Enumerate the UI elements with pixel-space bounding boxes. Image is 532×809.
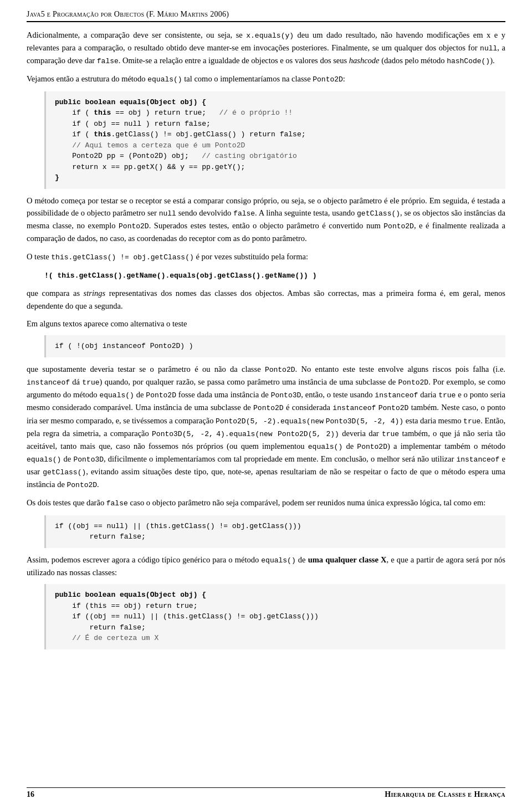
highlight-code: !( this.getClass().getName().equals(obj.…: [44, 272, 317, 280]
code-inline-compare3: Ponto3D(5, -2,: [152, 430, 213, 438]
code-inline-ponto2d7: Ponto2D: [253, 404, 284, 412]
paragraph-2: Vejamos então a estrutura do método equa…: [27, 73, 505, 85]
code-inline-null2: null: [159, 209, 176, 218]
code-inline-compare2: Ponto3D(5, -2, 4)): [326, 417, 403, 426]
code-block-combined-test: if ((obj == null) || (this.getClass() !=…: [44, 515, 505, 548]
highlight-code-block: !( this.getClass().getName().equals(obj.…: [44, 269, 505, 281]
code-inline-null: null: [480, 44, 497, 53]
bold-qualquer-classe: uma qualquer classe X: [308, 555, 387, 564]
code-inline-ponto2d2: Ponto2D: [119, 222, 149, 231]
page-footer: 16 Hierarquia de Classes e Herança: [27, 787, 505, 799]
code-inline-true: true: [82, 378, 99, 387]
paragraph-6: Em alguns textos aparece como alternativ…: [27, 318, 505, 330]
paragraph-4: O teste this.getClass() != obj.getClass(…: [27, 250, 505, 263]
code-block-instanceof: if ( !(obj instanceof Ponto2D) ): [44, 335, 505, 357]
paragraph-9: Assim, podemos escrever agora a código t…: [27, 554, 505, 579]
code-block-equals-method: public boolean equals(Object obj) { if (…: [44, 91, 505, 189]
paragraph-3: O método começa por testar se o receptor…: [27, 194, 505, 245]
code-inline-instanceof: instanceof: [27, 378, 70, 387]
footer-page-number: 16: [27, 790, 34, 799]
italic-strings: strings: [84, 289, 106, 298]
code-inline-true4: true: [382, 430, 399, 438]
code-inline-ponto2d9: Ponto2D: [357, 443, 387, 451]
code-inline-ponto2d5: Ponto2D: [398, 378, 429, 387]
code-inline-instanceof3: instanceof: [332, 404, 376, 412]
header-title: Java5 e Programação por Objectos (F. Már…: [27, 10, 229, 19]
code-block-generic-equals: public boolean equals(Object obj) { if (…: [44, 584, 505, 649]
code-inline-true2: true: [438, 391, 456, 400]
paragraph-8: Os dois testes que darão false caso o ob…: [27, 496, 505, 509]
code-inline-1: x.equals(y): [246, 32, 294, 40]
code-inline-getclass2: getClass(): [43, 468, 86, 477]
paragraph-1: Adicionalmente, a comparação deve ser co…: [27, 29, 505, 67]
code-inline-instanceof4: instanceof: [456, 455, 499, 464]
code-inline-equals4: equals(): [27, 455, 61, 464]
code-inline-false2: false: [233, 209, 255, 218]
code-inline-equals3: equals(): [308, 443, 342, 451]
code-inline-equals5: equals(): [261, 556, 295, 565]
page: Java5 e Programação por Objectos (F. Már…: [0, 0, 532, 809]
code-inline-getclass: getClass(): [357, 209, 400, 218]
code-inline-false3: false: [106, 499, 128, 508]
code-inline-ponto3d: Ponto3D: [271, 391, 301, 400]
page-header: Java5 e Programação por Objectos (F. Már…: [27, 10, 505, 22]
code-inline-ponto2d8: Ponto2D: [378, 404, 409, 412]
code-inline-ponto3d2: Ponto3D: [73, 455, 104, 464]
code-inline-equals2: equals(): [99, 391, 134, 400]
main-content: Adicionalmente, a comparação deve ser co…: [27, 29, 505, 649]
footer-chapter-title: Hierarquia de Classes e Herança: [385, 790, 505, 799]
code-inline-true3: true: [463, 417, 480, 426]
code-inline-compare1: Ponto2D(5, -2).equals(new: [216, 417, 324, 426]
italic-hashcode: hashcode: [349, 56, 380, 65]
code-inline-compare4: 4).equals(new Ponto2D(5, 2)): [216, 430, 339, 438]
code-inline-equals: equals(): [147, 75, 182, 84]
paragraph-7: que supostamente deveria testar se o par…: [27, 363, 505, 491]
code-inline-ponto2d10: Ponto2D: [66, 481, 97, 489]
paragraph-5: que compara as strings representativas d…: [27, 287, 505, 312]
code-inline-false: false: [97, 57, 119, 65]
code-inline-instanceof2: instanceof: [375, 391, 418, 400]
code-inline-ponto2d4: Ponto2D: [265, 366, 295, 374]
code-inline-test: this.getClass() != obj.getClass(): [51, 253, 193, 262]
code-inline-hashCode: hashCode(): [447, 57, 490, 65]
code-inline-ponto2d3: Ponto2D: [383, 222, 414, 231]
code-inline-ponto2d: Ponto2D: [313, 75, 343, 84]
code-inline-ponto2d6: Ponto2D: [146, 391, 176, 400]
